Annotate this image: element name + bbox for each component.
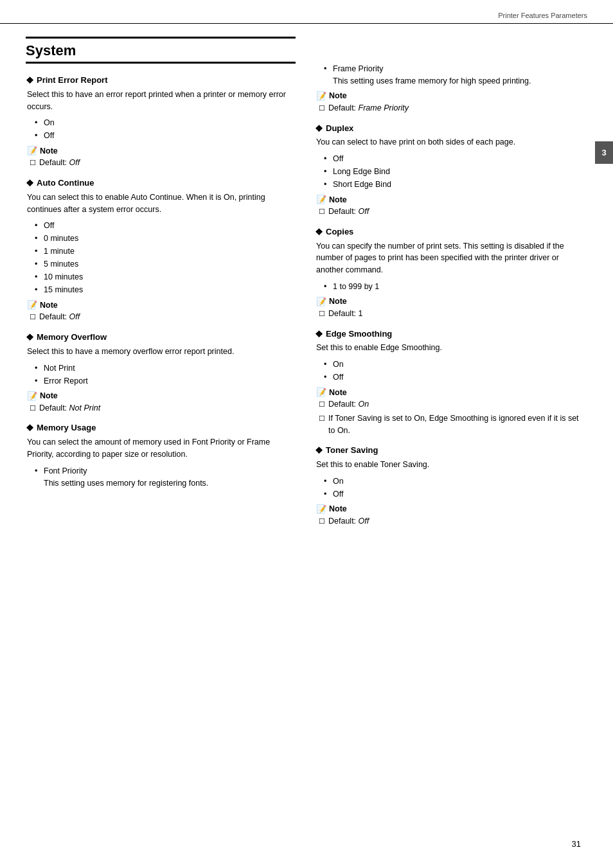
auto-continue-bullets: Off 0 minutes 1 minute 5 minutes 10 minu…: [35, 219, 296, 296]
note-icon: 📝: [27, 300, 37, 310]
note-text: Default: Off: [328, 206, 369, 218]
subsection-title-copies: ❖ Copies: [315, 227, 585, 238]
toner-saving-desc: Set this to enable Toner Saving.: [316, 459, 585, 471]
subsection-title-auto-continue: ❖ Auto Continue: [26, 178, 296, 189]
list-item: Not Print: [35, 362, 296, 375]
note-text: Default: Frame Priority: [328, 102, 409, 114]
checkbox-icon: ☐: [319, 516, 325, 527]
subsection-memory-overflow: ❖ Memory Overflow Select this to have a …: [26, 332, 296, 414]
print-error-report-bullets: On Off: [35, 116, 296, 142]
note-title: 📝 Note: [27, 391, 296, 401]
list-item: On: [35, 116, 296, 129]
edge-smoothing-desc: Set this to enable Edge Smoothing.: [316, 342, 585, 354]
checkbox-icon: ☐: [319, 206, 325, 217]
print-error-report-note: 📝 Note ☐ Default: Off: [27, 146, 296, 169]
subsection-toner-saving: ❖ Toner Saving Set this to enable Toner …: [315, 445, 585, 527]
diamond-icon: ❖: [315, 123, 323, 134]
content-wrapper: System ❖ Print Error Report Select this …: [0, 24, 613, 575]
memory-usage-desc: You can select the amount of memory used…: [27, 436, 296, 461]
note-title: 📝 Note: [316, 195, 585, 204]
subsection-title-duplex: ❖ Duplex: [315, 123, 585, 134]
subsection-title-edge-smoothing: ❖ Edge Smoothing: [315, 329, 585, 340]
note-text-2: If Toner Saving is set to On, Edge Smoot…: [328, 412, 585, 437]
note-title: 📝 Note: [316, 91, 585, 101]
note-item: ☐ Default: Off: [316, 515, 585, 527]
subsection-copies: ❖ Copies You can specify the number of p…: [315, 227, 585, 320]
toner-saving-note: 📝 Note ☐ Default: Off: [316, 504, 585, 527]
toner-saving-bullets: On Off: [324, 475, 585, 500]
page-number: 31: [572, 839, 581, 849]
subsection-auto-continue: ❖ Auto Continue You can select this to e…: [26, 178, 296, 323]
list-item: Short Edge Bind: [324, 178, 585, 191]
list-item: 5 minutes: [35, 258, 296, 270]
note-icon: 📝: [316, 387, 326, 397]
left-column: System ❖ Print Error Report Select this …: [26, 37, 296, 536]
diamond-icon: ❖: [315, 329, 323, 340]
header-text: Printer Features Parameters: [498, 12, 587, 19]
checkbox-icon: ☐: [30, 157, 36, 168]
title-text: Memory Usage: [37, 423, 96, 432]
checkbox-icon: ☐: [319, 399, 325, 410]
copies-note: 📝 Note ☐ Default: 1: [316, 297, 585, 320]
list-item: Off: [324, 152, 585, 165]
list-item: Long Edge Bind: [324, 165, 585, 178]
subsection-title-memory-overflow: ❖ Memory Overflow: [26, 332, 296, 343]
note-item: ☐ Default: Not Print: [27, 402, 296, 414]
title-text: Memory Overflow: [37, 332, 107, 342]
note-icon: 📝: [27, 391, 37, 401]
note-item: ☐ Default: Frame Priority: [316, 102, 585, 114]
subsection-edge-smoothing: ❖ Edge Smoothing Set this to enable Edge…: [315, 329, 585, 437]
memory-usage-note: 📝 Note ☐ Default: Frame Priority: [316, 91, 585, 114]
duplex-note: 📝 Note ☐ Default: Off: [316, 195, 585, 218]
list-item: Off: [35, 129, 296, 142]
right-column: Frame Priority This setting uses frame m…: [315, 37, 585, 536]
list-item: Error Report: [35, 375, 296, 387]
memory-overflow-note: 📝 Note ☐ Default: Not Print: [27, 391, 296, 414]
note-item-2: ☐ If Toner Saving is set to On, Edge Smo…: [316, 412, 585, 437]
diamond-icon: ❖: [26, 423, 34, 434]
note-icon: 📝: [27, 146, 37, 155]
diamond-icon: ❖: [315, 227, 323, 238]
title-text: Toner Saving: [326, 445, 378, 455]
list-item: Off: [324, 488, 585, 500]
note-title: 📝 Note: [27, 300, 296, 310]
note-text: Default: Off: [39, 311, 80, 323]
list-item: 0 minutes: [35, 232, 296, 245]
memory-usage-continued-bullets: Frame Priority This setting uses frame m…: [324, 62, 585, 87]
note-title: 📝 Note: [316, 504, 585, 514]
note-item: ☐ Default: Off: [27, 157, 296, 169]
subsection-print-error-report: ❖ Print Error Report Select this to have…: [26, 75, 296, 169]
note-text: Default: Not Print: [39, 402, 100, 414]
page-header: Printer Features Parameters: [0, 0, 613, 24]
edge-smoothing-note: 📝 Note ☐ Default: On ☐ If Toner Saving i…: [316, 387, 585, 436]
chapter-tab: 3: [595, 141, 613, 164]
note-icon: 📝: [316, 91, 326, 101]
section-title: System: [26, 37, 296, 64]
diamond-icon: ❖: [26, 75, 34, 86]
note-icon: 📝: [316, 297, 326, 306]
list-item: On: [324, 358, 585, 371]
note-title: 📝 Note: [27, 146, 296, 155]
diamond-icon: ❖: [315, 445, 323, 456]
duplex-desc: You can select to have print on both sid…: [316, 136, 585, 148]
note-icon: 📝: [316, 195, 326, 204]
title-text: Print Error Report: [37, 75, 108, 85]
note-text: Default: On: [328, 398, 369, 411]
edge-smoothing-bullets: On Off: [324, 358, 585, 384]
subsection-memory-usage: ❖ Memory Usage You can select the amount…: [26, 423, 296, 489]
memory-usage-bullets: Font Priority This setting uses memory f…: [35, 465, 296, 490]
checkbox-icon: ☐: [319, 308, 325, 319]
note-item: ☐ Default: 1: [316, 308, 585, 320]
checkbox-icon: ☐: [30, 403, 36, 414]
checkbox-icon: ☐: [319, 413, 325, 424]
subsection-memory-usage-continued: Frame Priority This setting uses frame m…: [315, 62, 585, 114]
copies-bullets: 1 to 999 by 1: [324, 280, 585, 293]
subsection-duplex: ❖ Duplex You can select to have print on…: [315, 123, 585, 218]
list-item: On: [324, 475, 585, 488]
duplex-bullets: Off Long Edge Bind Short Edge Bind: [324, 152, 585, 191]
note-item: ☐ Default: On: [316, 398, 585, 411]
title-text: Auto Continue: [37, 178, 94, 188]
checkbox-icon: ☐: [319, 103, 325, 114]
note-text: Default: 1: [328, 308, 363, 320]
diamond-icon: ❖: [26, 332, 34, 343]
